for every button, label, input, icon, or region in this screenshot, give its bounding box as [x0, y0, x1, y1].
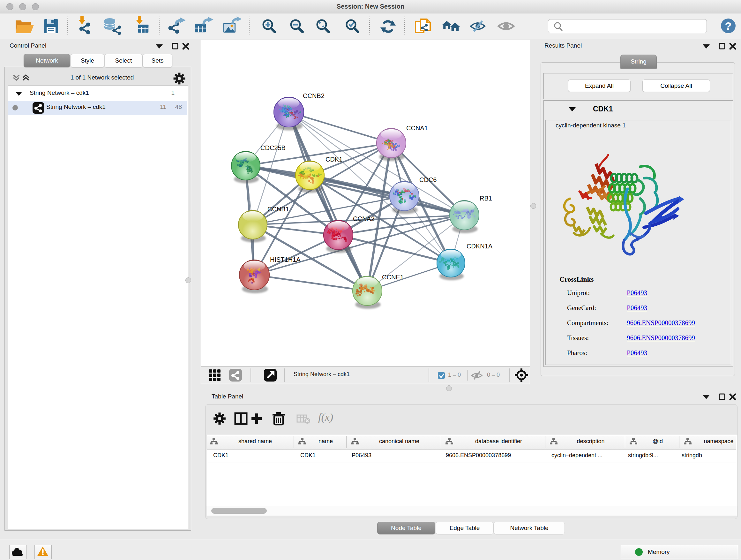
svg-text:CCNE1: CCNE1: [382, 273, 404, 281]
svg-text:?: ?: [725, 20, 732, 32]
svg-text:CDK1: CDK1: [326, 156, 342, 163]
svg-text:CCNA2: CCNA2: [353, 215, 375, 222]
svg-text:CDKN1A: CDKN1A: [467, 243, 493, 250]
svg-text:HIST1H1A: HIST1H1A: [270, 256, 300, 263]
svg-text:RB1: RB1: [480, 195, 492, 202]
svg-text:CCNA1: CCNA1: [406, 125, 428, 132]
svg-text:CCNB2: CCNB2: [303, 92, 325, 99]
svg-text:CCNB1: CCNB1: [267, 206, 289, 212]
svg-text:CDC25B: CDC25B: [260, 144, 286, 151]
svg-text:CDC6: CDC6: [419, 176, 436, 183]
